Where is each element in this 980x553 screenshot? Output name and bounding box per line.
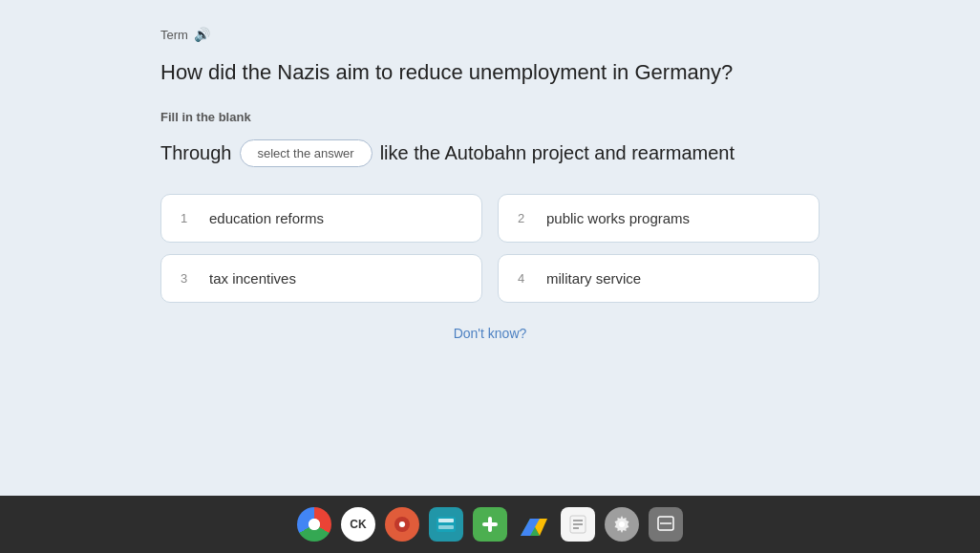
sentence-row: Through select the answer like the Autob… [160, 139, 820, 167]
ck-icon[interactable]: CK [341, 507, 375, 542]
svg-point-1 [399, 521, 405, 527]
answer-number-3: 3 [181, 271, 196, 286]
red-app-icon[interactable] [385, 507, 419, 542]
plus-app-icon[interactable] [473, 507, 507, 542]
answer-blank-button[interactable]: select the answer [240, 139, 373, 167]
answer-card-1[interactable]: 1 education reforms [160, 194, 482, 243]
main-content: Term 🔊 How did the Nazis aim to reduce u… [0, 0, 980, 496]
drive-icon[interactable] [517, 507, 551, 542]
answer-text-4: military service [546, 270, 641, 287]
sentence-rest: like the Autobahn project and rearmament [380, 142, 735, 164]
teal-app-icon[interactable] [429, 507, 463, 542]
ck-label: CK [350, 518, 366, 531]
answer-text-1: education reforms [209, 210, 324, 226]
answer-number-2: 2 [518, 211, 533, 225]
through-word: Through [160, 142, 232, 164]
svg-rect-6 [482, 522, 498, 526]
term-row: Term 🔊 [160, 27, 820, 42]
notes-icon[interactable] [561, 507, 595, 542]
taskbar: CK [0, 496, 980, 553]
answer-card-4[interactable]: 4 military service [498, 254, 820, 303]
answer-card-3[interactable]: 3 tax incentives [160, 254, 482, 303]
answer-text-3: tax incentives [209, 270, 296, 287]
answer-number-4: 4 [518, 271, 533, 286]
svg-rect-3 [438, 519, 454, 522]
question-text: How did the Nazis aim to reduce unemploy… [160, 59, 820, 87]
dont-know-row: Don't know? [160, 326, 820, 341]
sound-icon[interactable]: 🔊 [194, 27, 210, 42]
answers-grid: 1 education reforms 2 public works progr… [160, 194, 820, 303]
minimize-icon[interactable] [649, 507, 683, 542]
answer-number-1: 1 [181, 211, 196, 225]
settings-icon[interactable] [605, 507, 639, 542]
term-label: Term [160, 28, 188, 42]
chrome-icon[interactable] [297, 507, 331, 542]
answer-card-2[interactable]: 2 public works programs [498, 194, 820, 243]
dont-know-link[interactable]: Don't know? [454, 326, 527, 341]
fill-blank-label: Fill in the blank [160, 110, 820, 124]
answer-text-2: public works programs [546, 210, 690, 226]
svg-rect-4 [438, 525, 454, 529]
